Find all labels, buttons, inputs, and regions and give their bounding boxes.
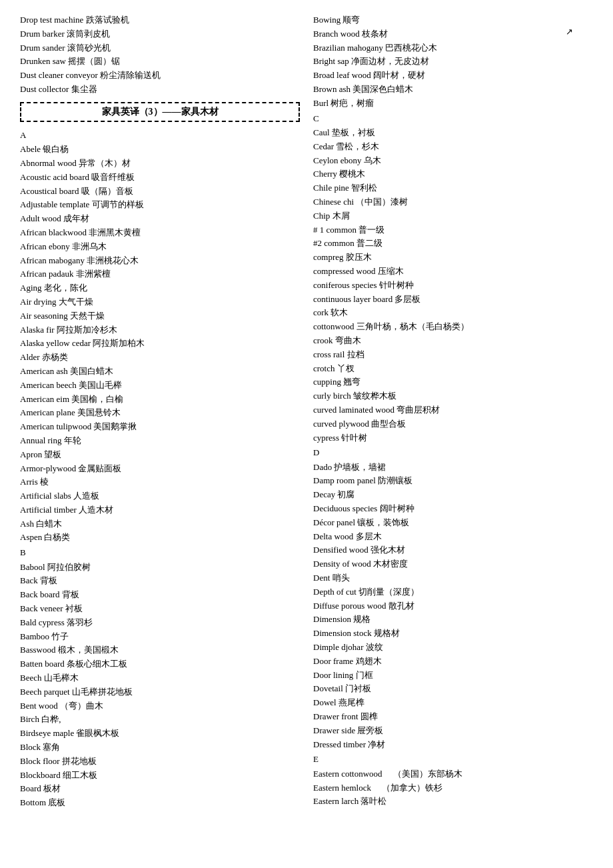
entry-artificial-slabs: Artificial slabs 人造板 bbox=[20, 489, 300, 503]
entry-beech: Beech 山毛榉木 bbox=[20, 671, 300, 685]
entry-cypress: cypress 针叶树 bbox=[313, 431, 593, 445]
entry-broad-leaf-wood: Broad leaf wood 阔叶材，硬材 bbox=[313, 69, 593, 83]
entry-blockboard: Blockboard 细工木板 bbox=[20, 769, 300, 783]
entry-compreg: compreg 胶压木 bbox=[313, 251, 593, 265]
entry-american-eim: American eim 美国榆，白榆 bbox=[20, 393, 300, 407]
entry-back: Back 背板 bbox=[20, 574, 300, 588]
entry-continuous-layer: continuous layer board 多层板 bbox=[313, 293, 593, 307]
entry-dimension: Dimension 规格 bbox=[313, 613, 593, 627]
entry-crook: crook 弯曲木 bbox=[313, 334, 593, 348]
entry-dent: Dent 哨头 bbox=[313, 571, 593, 585]
entry-coniferous: coniferous species 针叶树种 bbox=[313, 279, 593, 293]
entry-babool: Babool 阿拉伯胶树 bbox=[20, 561, 300, 575]
entry-crotch: crotch 丫杈 bbox=[313, 362, 593, 376]
entry-dust-collector: Dust collector 集尘器 bbox=[20, 83, 300, 97]
entry-basswood: Basswood 椴木，美国椴木 bbox=[20, 643, 300, 657]
entry-alder: Alder 赤杨类 bbox=[20, 351, 300, 365]
entry-bent-wood: Bent wood （弯）曲木 bbox=[20, 699, 300, 713]
entry-air-seasoning: Air seasoning 天然干燥 bbox=[20, 309, 300, 323]
entry-burl: Burl 树疤，树瘤 bbox=[313, 97, 593, 111]
entry-bald-cypress: Bald cypress 落羽杉 bbox=[20, 616, 300, 630]
entry-annual-ring: Annual ring 年轮 bbox=[20, 434, 300, 448]
entry-block-floor: Block floor 拼花地板 bbox=[20, 755, 300, 769]
entry-curved-laminated: curved laminated wood 弯曲层积材 bbox=[313, 403, 593, 417]
entry-adjustable: Adjustable template 可调节的样板 bbox=[20, 198, 300, 212]
entry-american-beech: American beech 美国山毛榉 bbox=[20, 379, 300, 393]
entry-dado: Dado 护墙板，墙裙 bbox=[313, 461, 593, 475]
entry-ash: Ash 白蜡木 bbox=[20, 517, 300, 531]
entry-eastern-cottonwood: Eastern cottonwood （美国）东部杨木 bbox=[313, 767, 593, 781]
entry-eastern-hemlock: Eastern hemlock （加拿大）铁杉 bbox=[313, 781, 593, 795]
entry-board: Board 板材 bbox=[20, 782, 300, 796]
entry-1common: # 1 common 普一级 bbox=[313, 223, 593, 237]
entry-damp-room: Damp room panel 防潮镶板 bbox=[313, 474, 593, 488]
entries-a-section: Abele 银白杨 Abnormal wood 异常（木）材 Acoustic … bbox=[20, 143, 300, 545]
entries-d-section: Dado 护墙板，墙裙 Damp room panel 防潮镶板 Decay 初… bbox=[313, 461, 593, 752]
entries-c-section: Caul 垫板，衬板 Cedar 雪松，杉木 Ceylon ebony 乌木 C… bbox=[313, 126, 593, 445]
entry-ceylon-ebony: Ceylon ebony 乌木 bbox=[313, 154, 593, 168]
entry-alaska-fir: Alaska fir 阿拉斯加冷杉木 bbox=[20, 323, 300, 337]
entry-alaska-yellow-cedar: Alaska yellow cedar 阿拉斯加柏木 bbox=[20, 337, 300, 351]
entry-bright-sap: Bright sap 净面边材，无皮边材 bbox=[313, 55, 593, 69]
top-entries-section: Drop test machine 跌落试验机 Drum barker 滚筒剥皮… bbox=[20, 13, 300, 97]
entry-african-mabogany: African mabogany 非洲桃花心木 bbox=[20, 254, 300, 268]
letter-e-header: E bbox=[313, 751, 593, 767]
entry-dressed-timber: Dressed timber 净材 bbox=[313, 738, 593, 752]
letter-c-header: C bbox=[313, 111, 593, 126]
letter-b-header: B bbox=[20, 545, 300, 560]
section-header: 家具英译（3）——家具木材 bbox=[20, 102, 300, 122]
entry-acoustical: Acoustical board 吸（隔）音板 bbox=[20, 185, 300, 199]
entry-branch-wood: Branch wood 枝条材 bbox=[313, 27, 593, 41]
entry-depth-cut: Depth of cut 切削量（深度） bbox=[313, 585, 593, 599]
entry-cross-rail: cross rail 拉档 bbox=[313, 348, 593, 362]
entry-density-wood: Density of wood 木材密度 bbox=[313, 557, 593, 571]
entry-aging: Aging 老化，陈化 bbox=[20, 281, 300, 295]
entry-drum-barker: Drum barker 滚筒剥皮机 bbox=[20, 27, 300, 41]
entry-abele: Abele 银白杨 bbox=[20, 143, 300, 157]
entry-door-lining: Door lining 门框 bbox=[313, 669, 593, 683]
entries-bow-section: Bowing 顺弯 Branch wood 枝条材 Brazilian maho… bbox=[313, 13, 593, 111]
entry-american-tulipwood: American tulipwood 美国鹅掌揪 bbox=[20, 420, 300, 434]
entry-arris: Arris 棱 bbox=[20, 475, 300, 489]
entry-door-frame: Door frame 鸡翅木 bbox=[313, 655, 593, 669]
entry-brown-ash: Brown ash 美国深色白蜡木 bbox=[313, 83, 593, 97]
entry-batten-board: Batten board 条板心细木工板 bbox=[20, 657, 300, 671]
entry-block: Block 塞角 bbox=[20, 741, 300, 755]
entry-acoustic-acid: Acoustic acid board 吸音纤维板 bbox=[20, 171, 300, 185]
entry-american-ash: American ash 美国白蜡木 bbox=[20, 365, 300, 379]
entry-african-ebony: African ebony 非洲乌木 bbox=[20, 240, 300, 254]
entry-diffuse-porous: Diffuse porous wood 散孔材 bbox=[313, 599, 593, 613]
entry-back-veneer: Back veneer 衬板 bbox=[20, 602, 300, 616]
entry-dust-cleaner: Dust cleaner conveyor 粉尘清除输送机 bbox=[20, 69, 300, 83]
entry-apron: Apron 望板 bbox=[20, 448, 300, 462]
right-column: Bowing 顺弯 Branch wood 枝条材 Brazilian maho… bbox=[313, 13, 593, 810]
entry-african-padauk: African padauk 非洲紫檀 bbox=[20, 267, 300, 281]
page-mark: ↗ bbox=[566, 27, 573, 37]
entry-deciduous: Deciduous species 阔叶树种 bbox=[313, 502, 593, 516]
entries-b-section: Babool 阿拉伯胶树 Back 背板 Back board 背板 Back … bbox=[20, 561, 300, 810]
entry-bamboo: Bamboo 竹子 bbox=[20, 630, 300, 644]
entry-drawer-side: Drawer side 屉旁板 bbox=[313, 724, 593, 738]
entry-decor-panel: Décor panel 镶板，装饰板 bbox=[313, 516, 593, 530]
letter-a-header: A bbox=[20, 127, 300, 143]
entry-back-board: Back board 背板 bbox=[20, 588, 300, 602]
entry-drum-sander: Drum sander 滚筒砂光机 bbox=[20, 41, 300, 55]
entry-densified-wood: Densified wood 强化木材 bbox=[313, 543, 593, 557]
entry-african-blackwood: African blackwood 非洲黑木黄檀 bbox=[20, 226, 300, 240]
entry-chinese-chi: Chinese chi （中国）漆树 bbox=[313, 195, 593, 209]
entry-cottonwood: cottonwood 三角叶杨，杨木（毛白杨类） bbox=[313, 320, 593, 334]
entry-brazilian-mahogany: Brazilian mahogany 巴西桃花心木 bbox=[313, 41, 593, 55]
entry-abnormal-wood: Abnormal wood 异常（木）材 bbox=[20, 157, 300, 171]
left-column: Drop test machine 跌落试验机 Drum barker 滚筒剥皮… bbox=[20, 13, 313, 810]
entry-compressed-wood: compressed wood 压缩木 bbox=[313, 265, 593, 279]
entry-drop-test: Drop test machine 跌落试验机 bbox=[20, 13, 300, 27]
entry-eastern-larch: Eastern larch 落叶松 bbox=[313, 795, 593, 809]
entry-cedar: Cedar 雪松，杉木 bbox=[313, 140, 593, 154]
entries-e-section: Eastern cottonwood （美国）东部杨木 Eastern heml… bbox=[313, 767, 593, 809]
entry-2common: #2 common 普二级 bbox=[313, 237, 593, 251]
entry-caul: Caul 垫板，衬板 bbox=[313, 126, 593, 140]
entry-adult-wood: Adult wood 成年材 bbox=[20, 212, 300, 226]
entry-dovetail: Dovetail 门衬板 bbox=[313, 682, 593, 696]
entry-dimension-stock: Dimension stock 规格材 bbox=[313, 627, 593, 641]
letter-d-header: D bbox=[313, 445, 593, 460]
